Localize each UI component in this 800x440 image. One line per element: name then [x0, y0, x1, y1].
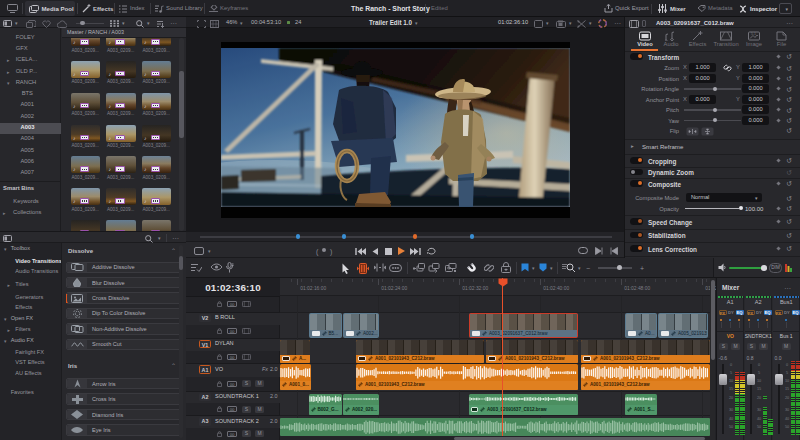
svg-text:5.1: 5.1: [751, 32, 756, 36]
